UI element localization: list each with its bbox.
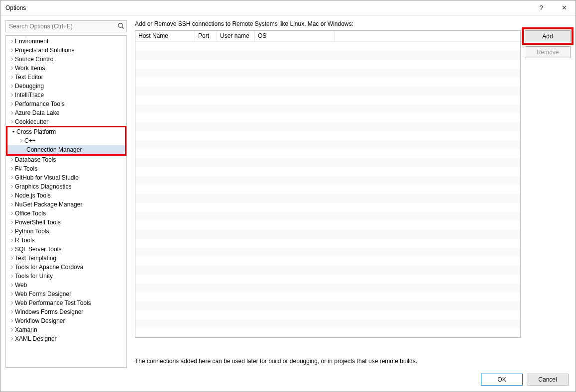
tree-item[interactable]: Web Performance Test Tools — [6, 298, 126, 307]
chevron-right-icon[interactable] — [9, 158, 15, 162]
tree-item[interactable]: R Tools — [6, 236, 126, 245]
tree-item-connection-manager[interactable]: Connection Manager — [7, 145, 125, 154]
tree-label: Office Tools — [15, 210, 46, 217]
chevron-right-icon[interactable] — [9, 185, 15, 189]
cancel-button[interactable]: Cancel — [527, 374, 569, 386]
chevron-right-icon[interactable] — [9, 256, 15, 260]
tree-item[interactable]: Projects and Solutions — [6, 46, 126, 55]
tree-label: Azure Data Lake — [15, 109, 59, 116]
tree-label: Graphics Diagnostics — [15, 183, 71, 190]
tree-item[interactable]: GitHub for Visual Studio — [6, 173, 126, 182]
title-bar: Options ? ✕ — [0, 0, 576, 15]
column-user-name[interactable]: User name — [217, 31, 255, 41]
ok-button[interactable]: OK — [481, 374, 523, 386]
chevron-right-icon[interactable] — [9, 48, 15, 52]
tree-item[interactable]: Office Tools — [6, 209, 126, 218]
tree-item[interactable]: Text Templating — [6, 254, 126, 263]
tree-item[interactable]: XAML Designer — [6, 334, 126, 343]
chevron-right-icon[interactable] — [9, 301, 15, 305]
tree-item[interactable]: Web — [6, 281, 126, 290]
tree-item[interactable]: Azure Data Lake — [6, 108, 126, 117]
options-dialog: Options ? ✕ EnvironmentProjects and Solu… — [0, 0, 576, 392]
chevron-right-icon[interactable] — [9, 247, 15, 251]
tree-item[interactable]: Environment — [6, 37, 126, 46]
tree-item[interactable]: Debugging — [6, 82, 126, 91]
tree-label: Web — [15, 282, 27, 289]
tree-item[interactable]: Node.js Tools — [6, 191, 126, 200]
chevron-right-icon[interactable] — [9, 75, 15, 79]
tree-item[interactable]: Workflow Designer — [6, 316, 126, 325]
chevron-right-icon[interactable] — [9, 229, 15, 233]
chevron-right-icon[interactable] — [9, 167, 15, 171]
chevron-right-icon[interactable] — [9, 120, 15, 124]
tree-label: Debugging — [15, 83, 44, 90]
tree-item[interactable]: NuGet Package Manager — [6, 200, 126, 209]
chevron-right-icon[interactable] — [9, 84, 15, 88]
tree-item[interactable]: Windows Forms Designer — [6, 307, 126, 316]
tree-item[interactable]: Web Forms Designer — [6, 290, 126, 298]
chevron-right-icon[interactable] — [9, 111, 15, 115]
window-title: Options — [0, 4, 530, 11]
column-os[interactable]: OS — [255, 31, 335, 41]
chevron-right-icon[interactable] — [9, 310, 15, 314]
tree-item[interactable]: Graphics Diagnostics — [6, 182, 126, 191]
chevron-right-icon[interactable] — [9, 292, 15, 296]
tree-item[interactable]: PowerShell Tools — [6, 218, 126, 227]
tree-item[interactable]: SQL Server Tools — [6, 245, 126, 254]
column-port[interactable]: Port — [195, 31, 217, 41]
help-button[interactable]: ? — [530, 0, 553, 15]
tree-label: Database Tools — [15, 156, 56, 163]
tree-item-cross-platform[interactable]: Cross Platform — [7, 127, 125, 136]
close-button[interactable]: ✕ — [553, 0, 576, 15]
tree-item[interactable]: F# Tools — [6, 164, 126, 173]
chevron-right-icon[interactable] — [18, 139, 24, 143]
chevron-right-icon[interactable] — [9, 211, 15, 215]
tree-label: Source Control — [15, 56, 55, 63]
chevron-right-icon[interactable] — [9, 57, 15, 61]
chevron-right-icon[interactable] — [9, 274, 15, 278]
chevron-down-icon[interactable] — [10, 130, 16, 134]
options-tree[interactable]: EnvironmentProjects and SolutionsSource … — [5, 35, 127, 368]
tree-label: IntelliTrace — [15, 92, 44, 98]
tree-item[interactable]: Python Tools — [6, 227, 126, 236]
tree-item[interactable]: IntelliTrace — [6, 91, 126, 99]
chevron-right-icon[interactable] — [9, 238, 15, 242]
chevron-right-icon[interactable] — [9, 66, 15, 70]
chevron-right-icon[interactable] — [9, 176, 15, 180]
add-button[interactable]: Add — [525, 30, 571, 42]
tree-item[interactable]: Tools for Apache Cordova — [6, 263, 126, 272]
tree-label: Environment — [15, 38, 48, 45]
chevron-right-icon[interactable] — [9, 265, 15, 269]
tree-item[interactable]: Tools for Unity — [6, 272, 126, 281]
chevron-right-icon[interactable] — [9, 202, 15, 206]
table-header: Host Name Port User name OS — [135, 31, 520, 42]
tree-item[interactable]: Database Tools — [6, 155, 126, 164]
tree-item[interactable]: Cookiecutter — [6, 117, 126, 126]
tree-item[interactable]: Xamarin — [6, 325, 126, 334]
connections-table[interactable]: Host Name Port User name OS — [135, 30, 521, 338]
tree-label: Cookiecutter — [15, 118, 48, 125]
chevron-right-icon[interactable] — [9, 39, 15, 43]
chevron-right-icon[interactable] — [9, 337, 15, 341]
chevron-right-icon[interactable] — [9, 93, 15, 97]
chevron-right-icon[interactable] — [9, 319, 15, 323]
search-box[interactable] — [5, 20, 127, 32]
tree-item[interactable]: Performance Tools — [6, 99, 126, 108]
tree-label: SQL Server Tools — [15, 246, 61, 253]
chevron-right-icon[interactable] — [9, 220, 15, 224]
tree-label: Connection Manager — [26, 146, 82, 153]
tree-item[interactable]: Work Items — [6, 64, 126, 73]
tree-item-cpp[interactable]: C++ — [7, 136, 125, 145]
column-host-name[interactable]: Host Name — [135, 31, 195, 41]
chevron-right-icon[interactable] — [9, 328, 15, 332]
tree-label: Projects and Solutions — [15, 47, 74, 54]
search-icon[interactable] — [117, 22, 124, 29]
chevron-right-icon[interactable] — [9, 102, 15, 106]
chevron-right-icon[interactable] — [9, 194, 15, 197]
tree-item[interactable]: Text Editor — [6, 73, 126, 82]
chevron-right-icon[interactable] — [9, 283, 15, 287]
help-icon: ? — [539, 4, 543, 11]
tree-label: Cross Platform — [16, 128, 56, 135]
tree-item[interactable]: Source Control — [6, 55, 126, 64]
search-input[interactable] — [6, 21, 126, 32]
